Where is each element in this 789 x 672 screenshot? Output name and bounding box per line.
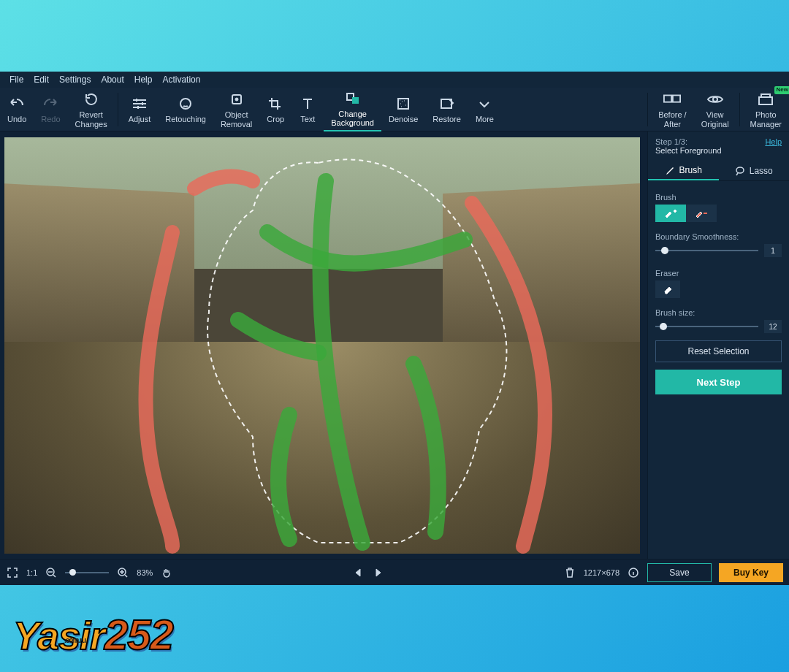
reset-selection-button[interactable]: Reset Selection: [655, 340, 782, 362]
zoom-slider[interactable]: [65, 572, 109, 573]
text-button[interactable]: Text: [291, 88, 324, 131]
redo-icon: [42, 96, 59, 112]
tab-brush[interactable]: Brush: [648, 161, 719, 180]
view-original-button[interactable]: View Original: [694, 88, 736, 131]
face-icon: [177, 96, 194, 112]
more-button[interactable]: More: [468, 88, 501, 131]
chevron-down-icon: [476, 96, 493, 112]
toolbar: Undo Redo Revert Changes Adjust Retouchi…: [0, 88, 789, 131]
svg-rect-7: [664, 96, 671, 102]
toolbar-divider: [739, 93, 740, 126]
zoom-in-icon[interactable]: [116, 566, 129, 579]
denoise-button[interactable]: Denoise: [381, 88, 425, 131]
svg-rect-4: [352, 97, 359, 104]
fullscreen-icon[interactable]: [6, 566, 19, 579]
revert-button[interactable]: Revert Changes: [68, 88, 115, 131]
boundary-value: 1: [764, 244, 782, 257]
selection-overlay: [4, 137, 640, 554]
brush-subtract-button[interactable]: [686, 205, 717, 222]
undo-icon: [8, 96, 26, 112]
svg-point-12: [736, 167, 744, 173]
step-indicator: Step 1/3:: [655, 137, 722, 146]
brush-section-label: Brush: [655, 193, 782, 202]
redo-button[interactable]: Redo: [34, 88, 67, 131]
menu-help[interactable]: Help: [129, 75, 158, 85]
text-icon: [299, 96, 316, 112]
svg-point-2: [235, 98, 238, 101]
next-icon[interactable]: [372, 566, 385, 579]
menu-about[interactable]: About: [96, 75, 129, 85]
eye-icon: [706, 91, 724, 107]
watermark: Yasir252 .com.ru: [13, 610, 173, 659]
change-bg-icon: [344, 91, 362, 107]
menu-activation[interactable]: Activation: [157, 75, 205, 85]
revert-icon: [83, 91, 100, 107]
save-button[interactable]: Save: [647, 563, 712, 582]
one-to-one-button[interactable]: 1:1: [26, 568, 37, 577]
buy-key-button[interactable]: Buy Key: [719, 563, 783, 582]
sliders-icon: [131, 96, 148, 112]
zoom-out-icon[interactable]: [45, 566, 58, 579]
svg-point-9: [713, 97, 717, 102]
tab-lasso[interactable]: Lasso: [719, 161, 790, 180]
image-canvas[interactable]: [4, 137, 640, 554]
denoise-icon: [394, 96, 412, 112]
brush-add-button[interactable]: [655, 205, 686, 222]
boundary-label: Boundary Smoothness:: [655, 232, 782, 241]
brush-size-slider[interactable]: [655, 321, 758, 332]
svg-rect-8: [673, 96, 680, 102]
undo-button[interactable]: Undo: [0, 88, 34, 131]
toolbar-divider: [118, 93, 118, 126]
patch-icon: [228, 91, 245, 107]
restore-icon: [438, 96, 456, 112]
zoom-value: 83%: [137, 568, 153, 577]
side-panel: Step 1/3: Select Foreground Help Brush L…: [647, 131, 789, 559]
compare-icon: [663, 91, 681, 107]
image-dimensions: 1217×678: [584, 568, 620, 577]
eraser-label: Eraser: [655, 269, 782, 278]
workspace: Step 1/3: Select Foreground Help Brush L…: [0, 131, 789, 559]
step-title: Select Foreground: [655, 146, 722, 155]
next-step-button[interactable]: Next Step: [655, 370, 782, 394]
canvas-area: [0, 131, 647, 559]
boundary-slider[interactable]: [655, 245, 758, 256]
eraser-button[interactable]: [655, 280, 680, 298]
retouching-button[interactable]: Retouching: [158, 88, 213, 131]
app-window: File Edit Settings About Help Activation…: [0, 72, 789, 585]
menu-file[interactable]: File: [4, 75, 28, 85]
crop-icon: [267, 96, 284, 112]
brush-size-label: Brush size:: [655, 308, 782, 317]
photo-manager-button[interactable]: Photo Manager: [743, 88, 789, 131]
manager-icon: [757, 91, 774, 107]
adjust-button[interactable]: Adjust: [121, 88, 159, 131]
svg-rect-10: [759, 97, 772, 104]
info-icon[interactable]: [627, 566, 640, 579]
menu-settings[interactable]: Settings: [54, 75, 96, 85]
restore-button[interactable]: Restore: [425, 88, 468, 131]
before-after-button[interactable]: Before / After: [651, 88, 694, 131]
prev-icon[interactable]: [351, 566, 365, 579]
svg-point-0: [180, 99, 191, 109]
menu-edit[interactable]: Edit: [28, 75, 54, 85]
help-link[interactable]: Help: [765, 137, 782, 146]
hand-icon[interactable]: [160, 566, 173, 579]
object-removal-button[interactable]: Object Removal: [213, 88, 259, 131]
svg-rect-11: [761, 94, 770, 97]
brush-size-value: 12: [764, 320, 782, 333]
change-background-button[interactable]: Change Background: [324, 88, 381, 131]
status-bar: 1:1 83% 1217×678 Save Buy Key: [0, 559, 789, 585]
toolbar-divider: [647, 93, 648, 126]
crop-button[interactable]: Crop: [259, 88, 291, 131]
trash-icon[interactable]: [563, 566, 576, 579]
menu-bar: File Edit Settings About Help Activation: [0, 72, 789, 88]
